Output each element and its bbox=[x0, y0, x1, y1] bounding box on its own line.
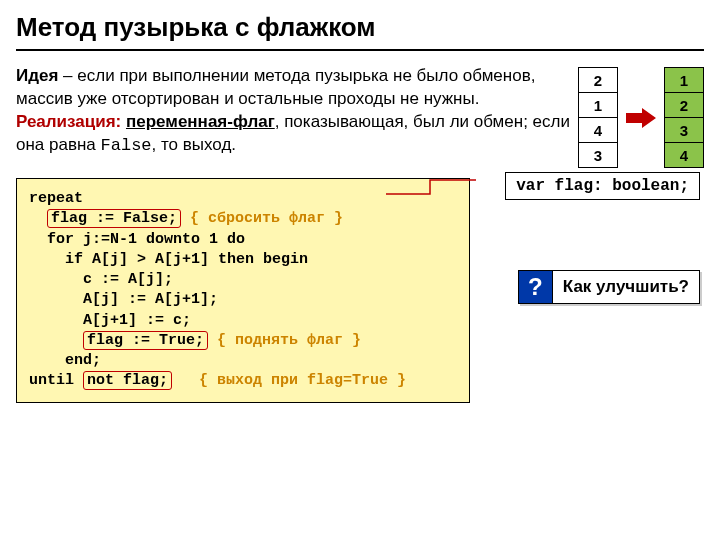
code-line: for j:=N-1 downto 1 do bbox=[29, 231, 245, 248]
idea-label: Идея bbox=[16, 66, 58, 85]
code-line: if A[j] > A[j+1] then begin bbox=[29, 251, 308, 268]
cell: 3 bbox=[578, 142, 618, 168]
cell: 1 bbox=[578, 92, 618, 118]
cell: 4 bbox=[664, 142, 704, 168]
code-line: A[j+1] := с; bbox=[29, 312, 191, 329]
array-diagram: 2 1 4 3 1 2 3 4 bbox=[578, 65, 704, 168]
code-area: var flag: boolean; ? Как улучшить? repea… bbox=[16, 178, 704, 403]
code-comment: { сбросить флаг } bbox=[190, 210, 343, 227]
idea-row: Идея – если при выполнении метода пузырь… bbox=[16, 65, 704, 168]
cell: 1 bbox=[664, 67, 704, 93]
array-left: 2 1 4 3 bbox=[578, 67, 618, 168]
cell: 2 bbox=[664, 92, 704, 118]
improve-text: Как улучшить? bbox=[553, 271, 699, 303]
code-pre: until bbox=[29, 372, 83, 389]
code-box-set: flag := True; bbox=[83, 331, 208, 350]
array-right: 1 2 3 4 bbox=[664, 67, 704, 168]
code-comment: { выход при flag=True } bbox=[199, 372, 406, 389]
var-callout: var flag: boolean; bbox=[505, 172, 700, 200]
realization-false: False bbox=[101, 136, 152, 155]
question-mark-icon: ? bbox=[519, 271, 553, 303]
cell: 4 bbox=[578, 117, 618, 143]
realization-underline: переменная-флаг bbox=[126, 112, 275, 131]
code-line: end; bbox=[29, 352, 101, 369]
code-pre bbox=[29, 332, 83, 349]
code-box-reset: flag := False; bbox=[47, 209, 181, 228]
code-box-until: not flag; bbox=[83, 371, 172, 390]
svg-marker-0 bbox=[626, 108, 656, 128]
page-title: Метод пузырька с флажком bbox=[16, 12, 704, 51]
code-line: A[j] := A[j+1]; bbox=[29, 291, 218, 308]
realization-text2: , то выход. bbox=[152, 135, 237, 154]
idea-text: Идея – если при выполнении метода пузырь… bbox=[16, 65, 570, 158]
arrow-icon bbox=[626, 106, 656, 130]
realization-label: Реализация: bbox=[16, 112, 121, 131]
code-comment: { поднять флаг } bbox=[217, 332, 361, 349]
improve-callout: ? Как улучшить? bbox=[518, 270, 700, 304]
code-line: repeat bbox=[29, 190, 83, 207]
cell: 3 bbox=[664, 117, 704, 143]
code-block: repeat flag := False; { сбросить флаг } … bbox=[16, 178, 470, 403]
cell: 2 bbox=[578, 67, 618, 93]
code-line: с := A[j]; bbox=[29, 271, 173, 288]
idea-body: – если при выполнении метода пузырька не… bbox=[16, 66, 535, 108]
